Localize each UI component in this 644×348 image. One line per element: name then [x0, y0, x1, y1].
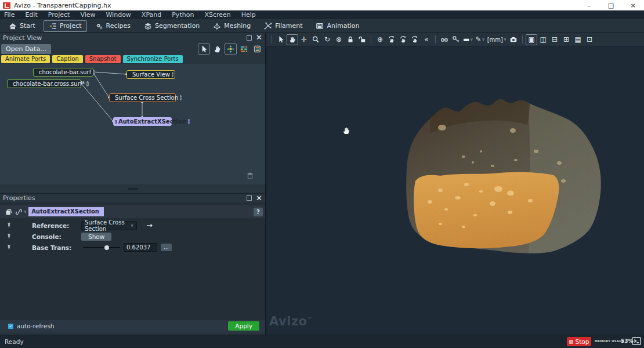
- menu-file[interactable]: File: [1, 10, 20, 19]
- menu-view[interactable]: View: [75, 10, 100, 19]
- project-view-toolbar: Open Data...: [0, 43, 265, 55]
- snapshot-tool-icon[interactable]: [508, 34, 519, 45]
- layout-quad-icon[interactable]: ⊞: [560, 34, 572, 45]
- stack-icon[interactable]: [3, 208, 13, 216]
- translate-tool-icon[interactable]: ✛: [298, 34, 310, 45]
- measure-tool-icon[interactable]: [450, 34, 462, 45]
- goto-reference-arrow-icon[interactable]: →: [146, 221, 153, 230]
- menu-xpand[interactable]: XPand: [136, 10, 167, 19]
- rotate-view-z-tool-icon[interactable]: [409, 34, 421, 45]
- node-menu-button[interactable]: ›: [180, 95, 182, 100]
- node-menu-button[interactable]: ›: [188, 119, 190, 124]
- maximize-button[interactable]: □: [600, 0, 622, 10]
- stop-button[interactable]: Stop: [567, 337, 591, 346]
- minimize-button[interactable]: –: [578, 0, 600, 10]
- select-tool-icon[interactable]: [275, 34, 287, 45]
- open-data-button[interactable]: Open Data...: [1, 44, 51, 54]
- pv-colored-ports-tool[interactable]: [238, 44, 250, 55]
- chevron-down-icon[interactable]: ∨: [24, 209, 27, 214]
- layout-single-view-icon[interactable]: ▣: [526, 34, 537, 45]
- link-icon[interactable]: [13, 208, 24, 216]
- base-trans-slider[interactable]: [83, 243, 120, 252]
- viewport-panel: ✛↻⊗⊕«▬∨✎∨[mm]∨▣◫⊟⊞▤⊡: [266, 33, 644, 335]
- close-panel-icon[interactable]: ✕: [256, 35, 262, 41]
- module-square-icon: [115, 120, 117, 124]
- previous-view-tool-icon[interactable]: «: [421, 34, 432, 45]
- menu-window[interactable]: Window: [100, 10, 136, 19]
- close-panel-icon[interactable]: ✕: [256, 195, 262, 201]
- film-icon: [316, 22, 324, 30]
- port-button-animate-ports[interactable]: Animate Ports: [1, 55, 50, 63]
- console-prompt-button[interactable]: [631, 336, 642, 346]
- menu-python[interactable]: Python: [167, 10, 199, 19]
- menu-xscreen[interactable]: XScreen: [199, 10, 236, 19]
- layout-two-vertical-icon[interactable]: ◫: [537, 34, 549, 45]
- status-bar: Ready Stop MEMORY USAGE 53%: [0, 335, 644, 348]
- stereo-view-tool-icon[interactable]: [439, 34, 450, 45]
- node-graph-canvas[interactable]: chocolate-bar.surf›chocolate-bar.cross.s…: [0, 64, 265, 184]
- pin-icon[interactable]: [5, 233, 13, 240]
- node-chocolate-bar-cross-surf[interactable]: chocolate-bar.cross.surf*›: [7, 79, 81, 88]
- center-view-tool-icon[interactable]: ⊕: [374, 34, 386, 45]
- slider-handle[interactable]: [104, 245, 109, 250]
- annotation-tool-icon[interactable]: ✎∨: [474, 34, 486, 45]
- base-trans-input[interactable]: [124, 243, 157, 252]
- node-surface-view[interactable]: Surface View›: [126, 70, 175, 79]
- auto-refresh-label: auto-refresh: [17, 322, 55, 329]
- auto-refresh-checkbox[interactable]: ✓: [8, 324, 13, 329]
- menu-help[interactable]: Help: [236, 10, 261, 19]
- node-menu-button[interactable]: ›: [93, 70, 95, 75]
- show-console-button[interactable]: Show: [81, 233, 111, 241]
- help-button[interactable]: ?: [254, 208, 263, 216]
- rotate-tool-icon[interactable]: ↻: [321, 34, 333, 45]
- pv-port-list-tool[interactable]: [251, 44, 263, 55]
- port-button-synchronize-ports[interactable]: Synchronize Ports: [123, 55, 183, 63]
- line-width-tool-icon[interactable]: ▬∨: [462, 34, 474, 45]
- units-selector[interactable]: [mm]∨: [486, 34, 508, 45]
- node-surface-cross-section[interactable]: Surface Cross Section›: [109, 93, 176, 102]
- workspace-tab-meshing[interactable]: Meshing: [208, 20, 256, 32]
- workspace-tab-start[interactable]: Start: [3, 20, 41, 32]
- layout-two-horizontal-icon[interactable]: ⊟: [549, 34, 560, 45]
- unlock-tool-icon[interactable]: [356, 34, 368, 45]
- node-menu-button[interactable]: ›: [86, 81, 88, 86]
- trash-icon[interactable]: [246, 172, 255, 181]
- pv-select-tool[interactable]: [198, 44, 210, 55]
- viewport-3d-canvas[interactable]: Avizo™: [266, 46, 644, 335]
- float-panel-icon[interactable]: [247, 195, 252, 201]
- reference-dropdown[interactable]: Surface Cross Section ∨: [81, 221, 137, 230]
- node-menu-button[interactable]: ›: [172, 72, 173, 77]
- pv-highlight-tool[interactable]: [225, 44, 237, 55]
- console-row: Console: Show: [0, 231, 265, 242]
- rotate-view-x-tool-icon[interactable]: [386, 34, 397, 45]
- apply-button[interactable]: Apply: [228, 321, 259, 331]
- rotate-view-y-tool-icon[interactable]: [397, 34, 409, 45]
- pan-tool-icon[interactable]: [287, 34, 298, 45]
- pin-icon[interactable]: [5, 222, 13, 229]
- reference-label: Reference:: [32, 222, 69, 229]
- pin-icon[interactable]: [5, 244, 13, 251]
- seek-tool-icon[interactable]: ⊗: [333, 34, 345, 45]
- panel-splitter[interactable]: [0, 184, 265, 193]
- lock-tool-icon[interactable]: [345, 34, 356, 45]
- zoom-tool-icon[interactable]: [310, 34, 321, 45]
- layout-rows-icon[interactable]: ▤: [572, 34, 584, 45]
- float-panel-icon[interactable]: [247, 35, 252, 41]
- more-options-button[interactable]: ...: [161, 244, 172, 251]
- workspace-tab-project[interactable]: Project: [44, 20, 87, 32]
- module-name-field[interactable]: AutoExtractXSection: [28, 207, 104, 216]
- workspace-tab-filament[interactable]: Filament: [259, 20, 307, 32]
- workspace-tab-segmentation[interactable]: Segmentation: [139, 20, 205, 32]
- workspace-tab-recipes[interactable]: Recipes: [90, 20, 136, 32]
- close-button[interactable]: ×: [622, 0, 644, 10]
- port-button-snapshot[interactable]: Snapshot: [85, 55, 121, 63]
- node-chocolate-bar-surf[interactable]: chocolate-bar.surf›: [33, 68, 93, 77]
- layout-custom-icon[interactable]: ⊡: [584, 34, 595, 45]
- pv-pan-tool[interactable]: [211, 44, 223, 55]
- project-icon: [49, 22, 57, 30]
- menu-edit[interactable]: Edit: [20, 10, 42, 19]
- workspace-tab-animation[interactable]: Animation: [310, 20, 364, 32]
- port-button-caption[interactable]: Caption: [52, 55, 83, 63]
- menu-project[interactable]: Project: [43, 10, 75, 19]
- node-autoextractxsection[interactable]: AutoExtractXSection›: [113, 117, 172, 126]
